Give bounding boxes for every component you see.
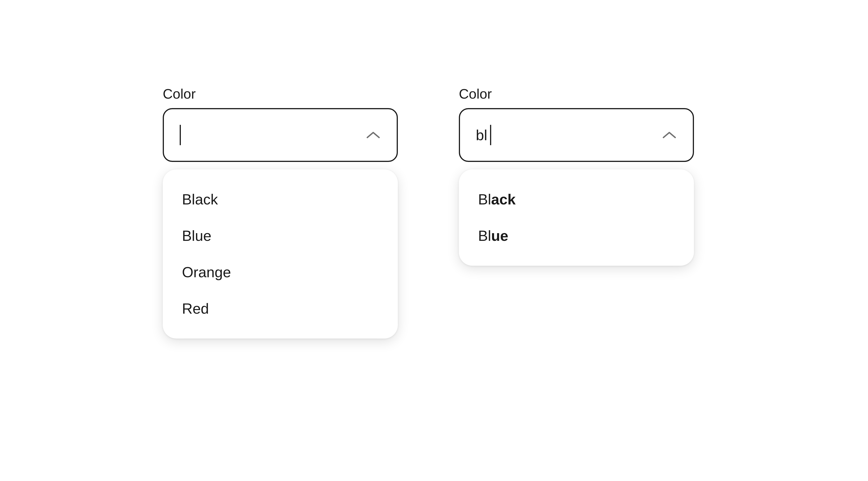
- combobox-input-wrapper[interactable]: bl: [459, 108, 694, 162]
- match-prefix: Bl: [478, 191, 491, 208]
- chevron-up-icon[interactable]: [366, 131, 381, 139]
- combobox-examples: Color Black Blue Orange Red Color bl: [163, 86, 705, 338]
- dropdown-panel: Black Blue Orange Red: [163, 170, 398, 338]
- dropdown-item-black[interactable]: Black: [163, 181, 398, 217]
- combobox-input-wrapper[interactable]: [163, 108, 398, 162]
- text-caret: [180, 125, 181, 145]
- match-rest: ue: [491, 228, 508, 244]
- dropdown-item-black[interactable]: Black: [459, 181, 694, 217]
- dropdown-item-red[interactable]: Red: [163, 290, 398, 327]
- dropdown-item-blue[interactable]: Blue: [459, 217, 694, 254]
- combobox-left: Color Black Blue Orange Red: [163, 86, 398, 338]
- combobox-input-text: bl: [476, 125, 491, 145]
- chevron-up-icon[interactable]: [662, 131, 677, 139]
- match-rest: ack: [491, 191, 516, 208]
- combobox-label: Color: [459, 86, 694, 102]
- combobox-label: Color: [163, 86, 398, 102]
- dropdown-item-blue[interactable]: Blue: [163, 217, 398, 254]
- dropdown-item-orange[interactable]: Orange: [163, 254, 398, 290]
- combobox-right: Color bl Black Blue: [459, 86, 694, 266]
- text-caret: [490, 125, 491, 145]
- dropdown-panel: Black Blue: [459, 170, 694, 266]
- match-prefix: Bl: [478, 228, 491, 244]
